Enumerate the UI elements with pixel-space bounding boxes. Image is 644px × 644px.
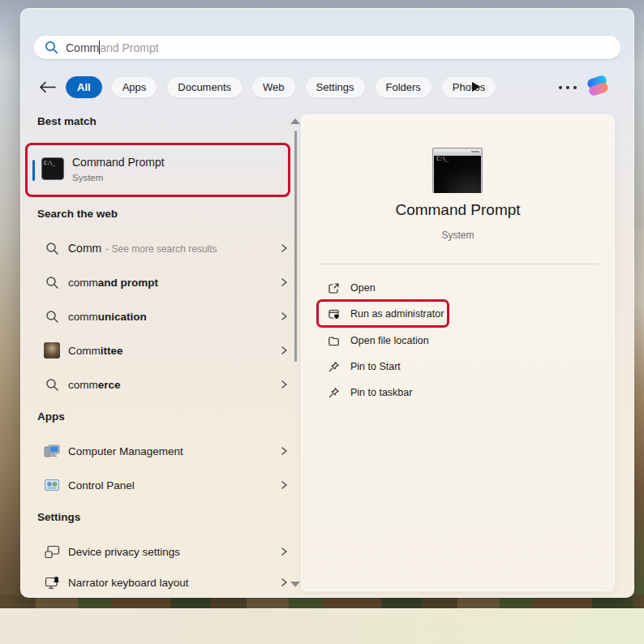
annotation-highlight-best-match: C:\_ Command Prompt System	[25, 143, 290, 197]
narrator-icon	[42, 576, 62, 590]
search-typed-text: Comm	[66, 41, 99, 54]
settings-header: Settings	[37, 511, 80, 523]
search-flyout-window: Comm and Prompt All Apps Documents Web S…	[20, 8, 634, 598]
action-open-file-location[interactable]: Open file location	[316, 328, 560, 353]
folder-icon	[328, 335, 340, 347]
detail-title: Command Prompt	[302, 201, 614, 219]
web-suggestion-command-prompt[interactable]: command prompt	[37, 265, 295, 299]
search-icon	[42, 276, 62, 290]
image-thumbnail-icon	[42, 342, 62, 358]
chevron-right-icon	[279, 577, 289, 587]
filter-tab-apps[interactable]: Apps	[111, 76, 158, 98]
filter-tab-all[interactable]: All	[66, 76, 102, 98]
apps-header: Apps	[37, 410, 65, 423]
command-prompt-icon: C:\_	[41, 157, 64, 180]
filter-tab-folders[interactable]: Folders	[375, 76, 432, 98]
pin-icon	[328, 387, 340, 399]
detail-subtitle: System	[302, 230, 614, 241]
selection-accent-bar	[32, 160, 35, 181]
action-pin-to-taskbar[interactable]: Pin to taskbar	[316, 380, 560, 405]
filter-tab-photos[interactable]: Photos	[441, 76, 496, 98]
scrollbar-up-arrow[interactable]	[290, 118, 300, 124]
divider	[316, 264, 599, 264]
search-icon	[42, 378, 62, 392]
chevron-right-icon	[279, 547, 289, 556]
search-icon	[42, 310, 62, 324]
best-match-result-command-prompt[interactable]: C:\_ Command Prompt System	[28, 145, 288, 195]
chevron-right-icon	[279, 243, 289, 253]
scrollbar-thumb[interactable]	[294, 131, 297, 362]
action-pin-to-start[interactable]: Pin to Start	[316, 354, 560, 379]
computer-management-icon	[42, 443, 62, 459]
chevron-right-icon	[279, 380, 289, 389]
app-result-control-panel[interactable]: Control Panel	[37, 468, 295, 502]
filter-tab-documents[interactable]: Documents	[166, 76, 243, 98]
more-options-button[interactable]	[559, 86, 577, 89]
taskbar: Search M365 O	[0, 608, 644, 644]
best-match-title: Command Prompt	[72, 156, 165, 169]
desktop: { "window": { "search": { "typed": "Comm…	[0, 0, 644, 644]
web-suggestion-communication[interactable]: communication	[37, 299, 295, 333]
app-result-computer-management[interactable]: Computer Management	[37, 434, 295, 468]
action-open[interactable]: Open	[316, 276, 560, 300]
command-prompt-icon-large: C:\_	[432, 148, 483, 193]
setting-result-narrator-keyboard[interactable]: Narrator keyboard layout	[37, 567, 295, 598]
filter-tab-web[interactable]: Web	[251, 76, 296, 98]
setting-result-device-privacy[interactable]: Device privacy settings	[37, 535, 295, 569]
back-button[interactable]	[37, 77, 57, 97]
chevron-right-icon	[279, 346, 289, 355]
devices-icon	[42, 545, 62, 559]
chevron-right-icon	[279, 480, 289, 490]
pin-icon	[328, 361, 340, 373]
result-detail-panel: C:\_ Command Prompt System Open Run as a…	[301, 114, 615, 591]
action-run-as-administrator[interactable]: Run as administrator	[316, 302, 560, 326]
search-autocomplete-text: and Prompt	[100, 41, 158, 54]
search-input[interactable]: Comm and Prompt	[33, 35, 621, 60]
filter-bar: All Apps Documents Web Settings Folders …	[37, 75, 496, 98]
search-the-web-header: Search the web	[37, 208, 118, 220]
best-match-subtitle: System	[72, 173, 103, 182]
search-icon	[45, 41, 58, 54]
web-suggestion-committee[interactable]: Committee	[37, 333, 295, 367]
scrollbar-down-arrow[interactable]	[290, 582, 300, 587]
copilot-icon[interactable]	[586, 75, 608, 97]
control-panel-icon	[42, 477, 62, 493]
web-suggestion-comm[interactable]: Comm- See more search results	[37, 231, 295, 265]
chevron-right-icon	[279, 311, 289, 321]
chevron-right-icon	[279, 277, 289, 287]
open-external-icon	[328, 282, 340, 294]
chevron-right-icon	[279, 446, 289, 456]
admin-shield-icon	[328, 308, 340, 320]
best-match-header: Best match	[37, 115, 97, 127]
filter-tab-settings[interactable]: Settings	[305, 76, 366, 98]
more-filters-arrow-icon[interactable]	[472, 82, 480, 92]
web-suggestion-commerce[interactable]: commerce	[37, 367, 295, 401]
search-icon	[42, 242, 62, 255]
